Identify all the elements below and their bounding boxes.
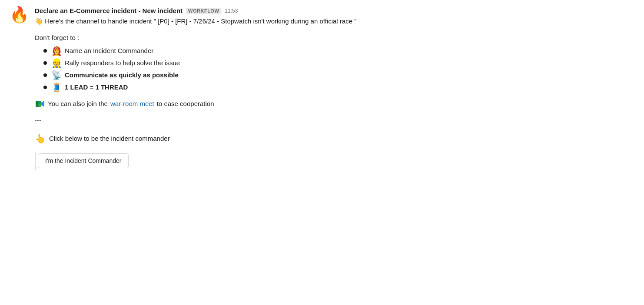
bullet-emoji-2: 👷 (51, 59, 62, 67)
timestamp: 11:53 (225, 8, 238, 14)
avatar-area: 🔥 (9, 7, 30, 170)
bullet-dot-1 (43, 49, 47, 53)
bullet-text-2: Rally responders to help solve the issue (65, 58, 180, 68)
message-header: Declare an E-Commerce incident - New inc… (35, 7, 635, 14)
dont-forget-label: Don't forget to : (35, 33, 635, 43)
waving-emoji: 👋 (35, 17, 43, 25)
list-item: 📡 Communicate as quickly as possible (43, 70, 635, 80)
google-meet-line: You can also join the war-room meet to e… (35, 99, 635, 109)
svg-rect-7 (39, 101, 42, 104)
svg-rect-9 (39, 104, 42, 107)
bullet-list: 👩‍🚒 Name an Incident Commander 👷 Rally r… (43, 46, 635, 93)
list-item: 👩‍🚒 Name an Incident Commander (43, 46, 635, 56)
point-down-emoji: 👆 (35, 132, 46, 146)
message-body: Declare an E-Commerce incident - New inc… (35, 7, 635, 170)
svg-rect-8 (36, 104, 39, 107)
avatar-emoji: 🔥 (10, 7, 29, 23)
bullet-text-4: 1 LEAD = 1 THREAD (65, 82, 128, 93)
bullet-text-1: Name an Incident Commander (65, 46, 153, 56)
bullet-emoji-1: 👩‍🚒 (51, 46, 62, 55)
button-area: I'm the Incident Commander (35, 152, 635, 170)
svg-rect-6 (36, 101, 39, 104)
bullet-dot-2 (43, 61, 47, 65)
message-container: 🔥 Declare an E-Commerce incident - New i… (0, 0, 644, 177)
workflow-badge: WORKFLOW (186, 8, 221, 14)
divider: --- (35, 115, 635, 126)
incident-commander-button[interactable]: I'm the Incident Commander (38, 153, 129, 168)
list-item: 👷 Rally responders to help solve the iss… (43, 58, 635, 68)
meet-after-text: to ease cooperation (157, 99, 214, 109)
google-meet-icon (35, 99, 45, 109)
click-below-text: Click below to be the incident commander (49, 133, 170, 144)
click-below-line: 👆 Click below to be the incident command… (35, 132, 635, 146)
sender-name: Declare an E-Commerce incident - New inc… (35, 7, 183, 14)
bullet-text-3: Communicate as quickly as possible (65, 70, 179, 80)
meet-before-text: You can also join the (48, 99, 108, 109)
war-room-meet-link[interactable]: war-room meet (110, 99, 154, 109)
bullet-emoji-4: 🧵 (51, 83, 62, 92)
message-content: 👋 Here's the channel to handle incident … (35, 16, 635, 170)
intro-line: 👋 Here's the channel to handle incident … (35, 16, 635, 27)
bullet-dot-4 (43, 86, 47, 89)
intro-text: Here's the channel to handle incident " … (43, 17, 356, 25)
bullet-emoji-3: 📡 (51, 71, 62, 80)
bullet-dot-3 (43, 73, 47, 77)
list-item: 🧵 1 LEAD = 1 THREAD (43, 82, 635, 93)
